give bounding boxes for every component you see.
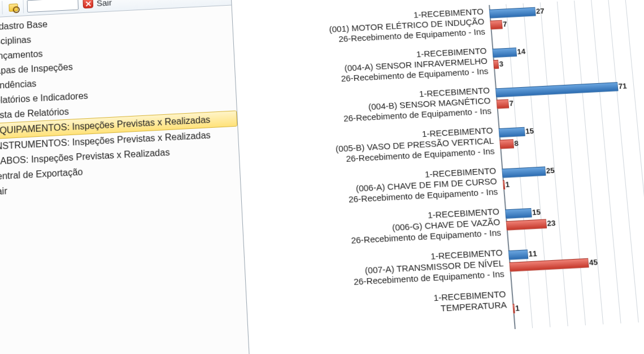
bar-realizado: 7 <box>490 20 502 30</box>
bar-previsto: 15 <box>505 208 532 219</box>
bar-realizado: 1 <box>503 180 505 190</box>
bar-value: 15 <box>530 208 541 217</box>
nav-tree: ▸ Cadastro Base ▸ Disciplinas ▸ Lançamen… <box>0 6 241 201</box>
nav-exit-button[interactable]: Sair <box>81 0 115 10</box>
bar-value: 25 <box>545 166 555 175</box>
navigation-panel: gação Sair ▸ C <box>0 0 254 354</box>
bar-previsto: 71 <box>495 82 619 97</box>
bar-realizado: 23 <box>506 219 547 230</box>
bar-value: 8 <box>513 139 519 148</box>
bar-value: 1 <box>504 180 510 189</box>
tree-item-label: Lançamentos <box>0 48 43 63</box>
bar-previsto: 27 <box>489 7 536 19</box>
bar-value: 7 <box>502 20 508 28</box>
chart-plot: 1-RECEBIMENTO(001) MOTOR ELÉTRICO DE IND… <box>250 0 644 342</box>
chart-area: Inspeções Previstas x Previsto 1-RECEBIM… <box>231 0 644 354</box>
bar-previsto: 25 <box>502 166 546 178</box>
close-icon <box>82 0 93 8</box>
bar-value: 11 <box>527 249 537 258</box>
bar-value: 27 <box>534 7 545 16</box>
bar-realizado: 3 <box>493 60 499 69</box>
bar-realizado: 7 <box>496 99 509 109</box>
bar-value: 15 <box>524 127 534 136</box>
bar-previsto: 14 <box>492 48 517 58</box>
tree-item-label: Disciplinas <box>0 34 31 49</box>
bar-realizado: 45 <box>509 258 589 272</box>
bar-value: 7 <box>508 99 514 108</box>
bar-realizado: 1 <box>512 304 515 313</box>
refresh-button[interactable] <box>0 1 3 16</box>
bar-value: 1 <box>514 304 520 313</box>
bar-realizado: 8 <box>499 139 514 149</box>
search-button[interactable] <box>3 0 24 14</box>
bar-value: 14 <box>516 47 526 56</box>
nav-search-input[interactable] <box>27 0 79 12</box>
tree-item-label: Sair <box>0 185 7 198</box>
nav-exit-label: Sair <box>97 0 112 7</box>
tree-item-label: Pendências <box>0 77 37 93</box>
bar-value: 71 <box>617 81 627 90</box>
tree-item-label: Cadastro Base <box>0 18 47 33</box>
content-panel: TAGNET Inspeções Previstas x Previsto <box>230 0 644 354</box>
bar-previsto: 11 <box>508 249 528 260</box>
bar-value: 23 <box>546 219 556 228</box>
bar-value: 3 <box>498 59 504 68</box>
bar-previsto: 15 <box>499 127 525 138</box>
bar-value: 45 <box>588 258 598 267</box>
search-folder-icon <box>8 2 19 12</box>
